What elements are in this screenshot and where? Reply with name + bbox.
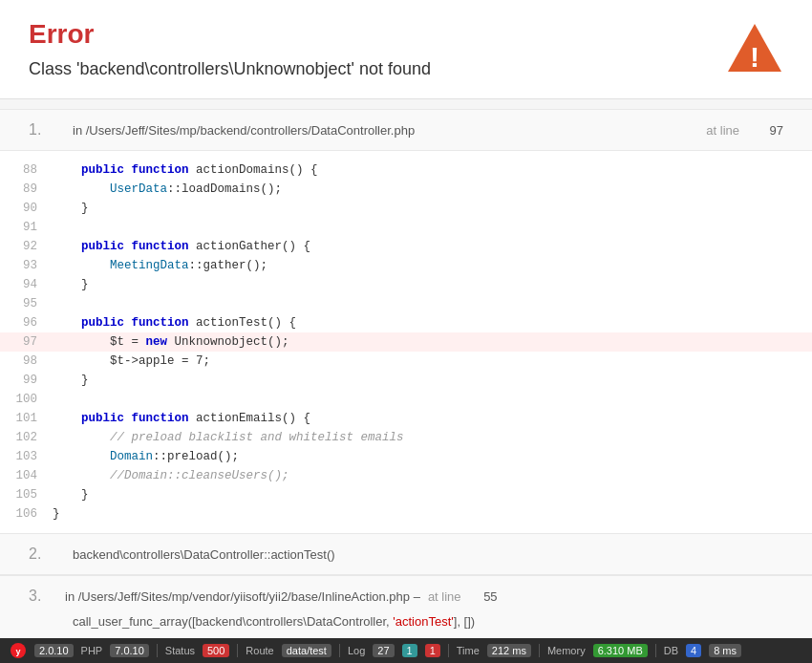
line-content: public function actionEmails() {: [53, 409, 812, 428]
line-number: 89: [0, 180, 53, 199]
log-count-badge: 27: [373, 644, 394, 657]
stack-container: 1. in /Users/Jeff/Sites/mp/backend/contr…: [0, 109, 812, 640]
log-label: Log: [348, 645, 365, 656]
frame-3-call: call_user_func_array([backend\controller…: [29, 614, 783, 629]
line-number: 92: [0, 237, 53, 256]
db-count-badge: 4: [686, 644, 701, 657]
line-content: //Domain::cleanseUsers();: [53, 466, 812, 485]
code-line: 99 }: [0, 371, 812, 390]
separator-4: [448, 644, 449, 657]
code-line: 103 Domain::preload();: [0, 447, 812, 466]
code-line: 91: [0, 218, 812, 237]
frame-3-at-line: at line: [428, 589, 461, 604]
code-line: 104 //Domain::cleanseUsers();: [0, 466, 812, 485]
line-number: 103: [0, 447, 53, 466]
status-label: Status: [165, 645, 195, 656]
line-number: 94: [0, 275, 53, 294]
code-line: 95: [0, 294, 812, 313]
frame-1-line-num: 97: [755, 123, 783, 138]
line-number: 93: [0, 256, 53, 275]
php-label: PHP: [81, 645, 103, 656]
frame-1-number: 1.: [29, 121, 57, 139]
frame-1-file: in /Users/Jeff/Sites/mp/backend/controll…: [73, 123, 691, 138]
line-number: 96: [0, 313, 53, 332]
line-content: public function actionDomains() {: [53, 160, 812, 180]
warning-icon: !: [726, 19, 783, 76]
line-number: 95: [0, 294, 53, 313]
line-number: 106: [0, 504, 53, 524]
line-content: $t = new Unknownobject();: [53, 332, 812, 352]
log-badge2: 1: [425, 644, 440, 657]
code-line: 100: [0, 390, 812, 409]
separator-3: [339, 644, 340, 657]
code-line: 93 MeetingData::gather();: [0, 256, 812, 275]
memory-label: Memory: [547, 645, 586, 656]
frame-3-line-num: 55: [469, 589, 498, 604]
svg-text:!: !: [750, 41, 759, 73]
code-line: 89 UserData::loadDomains();: [0, 180, 812, 199]
line-number: 104: [0, 466, 53, 485]
line-number: 91: [0, 218, 53, 237]
error-content: Error Class 'backend\controllers\Unknown…: [29, 19, 726, 79]
time-badge: 212 ms: [487, 644, 531, 657]
status-badge: 500: [203, 644, 229, 657]
route-badge: data/test: [282, 644, 331, 657]
line-number: 100: [0, 390, 53, 409]
line-content: [53, 218, 812, 237]
frame-1-at-line: at line: [706, 123, 739, 138]
frame-3-number: 3.: [29, 588, 57, 605]
frame-1-header: 1. in /Users/Jeff/Sites/mp/backend/contr…: [0, 109, 812, 151]
line-content: }: [53, 485, 812, 504]
line-content: MeetingData::gather();: [53, 256, 812, 275]
error-title: Error: [29, 19, 726, 50]
code-line: 96 public function actionTest() {: [0, 313, 812, 332]
db-time-badge: 8 ms: [709, 644, 741, 657]
line-number: 102: [0, 428, 53, 447]
code-line: 101 public function actionEmails() {: [0, 409, 812, 428]
line-number: 105: [0, 485, 53, 504]
code-line: 102 // preload blacklist and whitelist e…: [0, 428, 812, 447]
line-content: UserData::loadDomains();: [53, 180, 812, 199]
db-label: DB: [664, 645, 678, 656]
toolbar: y 2.0.10 PHP 7.0.10 Status 500 Route dat…: [0, 638, 812, 663]
frame-3-header: 3. in /Users/Jeff/Sites/mp/vendor/yiisof…: [0, 575, 812, 640]
separator-5: [539, 644, 540, 657]
line-content: $t->apple = 7;: [53, 352, 812, 371]
line-number: 88: [0, 160, 53, 180]
line-content: [53, 294, 812, 313]
line-content: }: [53, 199, 812, 218]
error-message: Class 'backend\controllers\Unknownobject…: [29, 59, 726, 79]
php-version-badge: 7.0.10: [110, 644, 149, 657]
code-line: 92 public function actionGather() {: [0, 237, 812, 256]
line-content: }: [53, 371, 812, 390]
svg-text:y: y: [15, 647, 20, 656]
code-line: 94 }: [0, 275, 812, 294]
time-label: Time: [457, 645, 480, 656]
code-line: 98 $t->apple = 7;: [0, 352, 812, 371]
route-label: Route: [246, 645, 273, 656]
log-badge1: 1: [402, 644, 417, 657]
line-number: 99: [0, 371, 53, 390]
code-block: 88 public function actionDomains() {89 U…: [0, 151, 812, 533]
error-header: Error Class 'backend\controllers\Unknown…: [0, 0, 812, 99]
frame-2-number: 2.: [29, 545, 57, 563]
code-line: 105 }: [0, 485, 812, 504]
code-line: 97 $t = new Unknownobject();: [0, 332, 812, 352]
frame-2-header: 2. backend\controllers\DataController::a…: [0, 533, 812, 575]
version-badge: 2.0.10: [34, 644, 74, 657]
memory-badge: 6.310 MB: [593, 644, 648, 657]
line-content: }: [53, 275, 812, 294]
line-number: 101: [0, 409, 53, 428]
frame-2-file: backend\controllers\DataController::acti…: [73, 547, 783, 562]
yii-logo-icon: y: [10, 642, 27, 659]
code-line: 88 public function actionDomains() {: [0, 160, 812, 180]
line-number: 98: [0, 352, 53, 371]
line-content: Domain::preload();: [53, 447, 812, 466]
line-content: public function actionTest() {: [53, 313, 812, 332]
separator-1: [157, 644, 158, 657]
line-content: [53, 390, 812, 409]
separator-2: [237, 644, 238, 657]
line-content: // preload blacklist and whitelist email…: [53, 428, 812, 447]
line-number: 97: [0, 332, 53, 352]
code-line: 90 }: [0, 199, 812, 218]
